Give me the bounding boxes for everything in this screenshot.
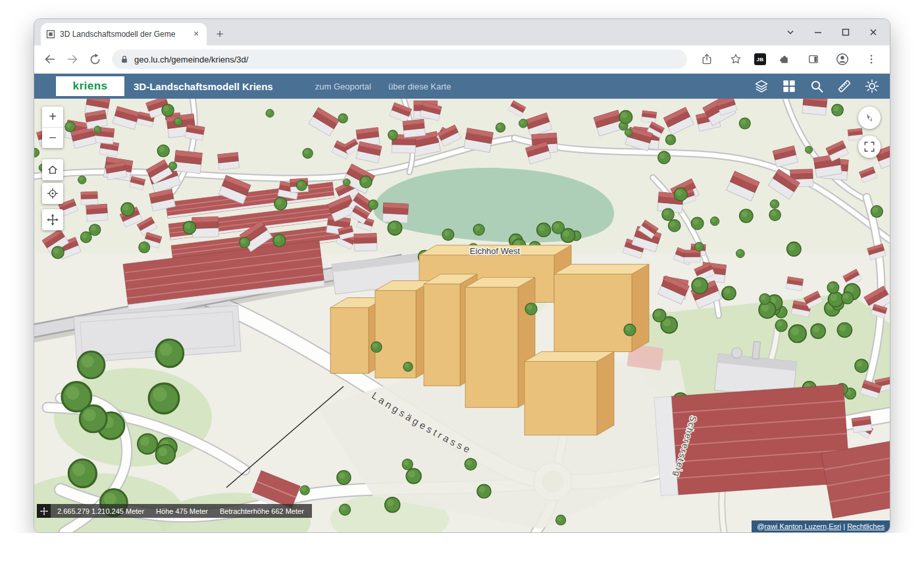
fullscreen-extent-button[interactable] [858,136,881,158]
app-header: kriens 3D-Landschaftsmodell Kriens zum G… [34,74,890,99]
status-bar: 2.665.279 1.210.245 Meter Höhe 475 Meter… [37,504,312,518]
navbar-right-icons: JB [694,49,885,70]
window-minimize-icon[interactable] [809,24,827,41]
window-maximize-icon[interactable] [837,24,854,41]
attribution-link-rechtliches[interactable]: Rechtliches [847,522,885,530]
attribution-prefix: @ [757,522,764,530]
link-ueber-diese-karte[interactable]: über diese Karte [388,82,451,91]
tab-close-icon[interactable]: × [191,29,201,39]
building-label-eichhof-west: Eichhof West [470,246,521,256]
search-icon[interactable] [809,79,824,93]
layers-icon[interactable] [754,79,769,93]
tab-strip: 3D Landschaftsmodell der Geme × + [34,19,890,45]
zoom-controls: + − [42,107,63,148]
attribution-link-rawi[interactable]: rawi Kanton Luzern [764,522,827,530]
extension-badge[interactable]: JB [754,53,766,65]
url-text: geo.lu.ch/gemeinde/kriens/3d/ [134,55,248,64]
attribution-link-esri[interactable]: Esri [829,522,841,530]
extensions-puzzle-icon[interactable] [774,49,795,70]
measure-icon[interactable] [837,79,852,93]
pan-button[interactable] [42,209,63,230]
home-button[interactable] [42,159,63,180]
side-panel-icon[interactable] [803,49,824,70]
new-tab-button[interactable]: + [211,25,229,43]
status-terrain-height: Höhe 475 Meter [156,507,208,515]
tab-title: 3D Landschaftsmodell der Geme [60,30,186,39]
address-bar[interactable]: geo.lu.ch/gemeinde/kriens/3d/ [112,49,687,69]
tab-favicon-icon [46,30,55,39]
profile-avatar[interactable] [832,49,853,70]
header-toolbar [754,79,890,93]
status-coordinates: 2.665.279 1.210.245 Meter [57,507,144,515]
bookmark-star-icon[interactable] [725,49,746,70]
browser-tab[interactable]: 3D Landschaftsmodell der Geme × [41,23,207,45]
map-3d-view[interactable]: Eichhof West Langsägestrasse Schererstei… [34,99,890,532]
lock-icon [120,55,129,64]
zoom-in-button[interactable]: + [42,107,63,127]
daylight-sun-icon[interactable] [865,79,879,93]
zoom-out-button[interactable]: − [42,127,63,148]
share-icon[interactable] [696,49,717,70]
browser-window: 3D Landschaftsmodell der Geme × + [34,18,890,533]
page-title: 3D-Landschaftsmodell Kriens [134,81,273,92]
status-camera-height: Betrachterhöhe 662 Meter [220,507,304,515]
kriens-logo[interactable]: kriens [56,76,124,96]
coordinates-crosshair-icon [37,504,51,518]
map-container: Eichhof West Langsägestrasse Schererstei… [34,99,890,532]
window-chevron-icon[interactable] [782,24,799,41]
locate-button[interactable] [42,183,63,204]
compass-button[interactable] [858,107,881,129]
apps-grid-icon[interactable] [782,79,796,93]
attribution-sep: | [841,522,847,530]
window-close-icon[interactable] [865,24,882,41]
reload-icon[interactable] [84,49,105,70]
attribution-bar: @ rawi Kanton Luzern , Esri | Rechtliche… [752,520,890,532]
forward-icon[interactable] [62,49,83,70]
browser-navbar: geo.lu.ch/gemeinde/kriens/3d/ JB [34,45,890,74]
header-links: zum Geoportal über diese Karte [315,82,451,91]
back-icon[interactable] [39,49,61,70]
link-zum-geoportal[interactable]: zum Geoportal [315,82,371,91]
menu-kebab-icon[interactable] [861,49,882,70]
window-controls [782,19,882,45]
